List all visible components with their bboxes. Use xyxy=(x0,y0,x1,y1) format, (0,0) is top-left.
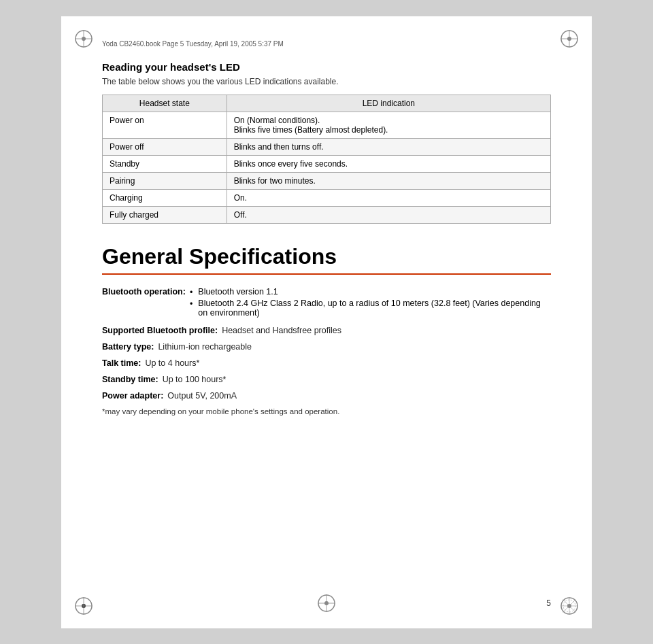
spec-label: Power adapter: xyxy=(102,391,163,401)
table-cell-indication: Blinks and then turns off. xyxy=(227,138,550,155)
table-cell-indication: On (Normal conditions).Blinks five times… xyxy=(227,112,550,138)
page-number: 5 xyxy=(546,598,551,608)
spec-label: Battery type: xyxy=(102,342,154,352)
spec-value: Headset and Handsfree profiles xyxy=(222,326,341,335)
page: Yoda CB2460.book Page 5 Tuesday, April 1… xyxy=(61,16,592,628)
header-line: Yoda CB2460.book Page 5 Tuesday, April 1… xyxy=(102,40,551,48)
spec-bullet-item: •Bluetooth 2.4 GHz Class 2 Radio, up to … xyxy=(190,299,551,318)
corner-mark-bl xyxy=(73,596,94,616)
bullet-text: Bluetooth version 1.1 xyxy=(198,287,278,296)
spec-value: Up to 4 hours* xyxy=(145,358,199,368)
spec-row: Supported Bluetooth profile:Headset and … xyxy=(102,326,551,335)
corner-mark-br xyxy=(559,596,580,616)
table-cell-indication: Off. xyxy=(227,206,550,223)
spec-value: Lithium-ion rechargeable xyxy=(158,342,252,352)
led-section: Reading your headset's LED The table bel… xyxy=(102,61,551,224)
spec-row: Battery type:Lithium-ion rechargeable xyxy=(102,342,551,352)
table-cell-state: Charging xyxy=(103,189,227,206)
spec-value: Up to 100 hours* xyxy=(163,375,227,384)
table-row: ChargingOn. xyxy=(103,189,551,206)
table-cell-indication: Blinks once every five seconds. xyxy=(227,155,550,172)
gen-spec-section: General Specifications Bluetooth operati… xyxy=(102,244,551,416)
gen-spec-title: General Specifications xyxy=(102,244,551,269)
bullet-dot: • xyxy=(190,288,192,297)
spec-label: Supported Bluetooth profile: xyxy=(102,326,218,335)
spec-row: Standby time:Up to 100 hours* xyxy=(102,375,551,384)
led-section-title: Reading your headset's LED xyxy=(102,61,551,73)
spec-row: Power adapter:Output 5V, 200mA xyxy=(102,391,551,401)
gen-spec-rule xyxy=(102,273,551,275)
bottom-center-mark xyxy=(316,593,337,616)
table-cell-state: Power off xyxy=(103,138,227,155)
spec-label: Talk time: xyxy=(102,358,141,368)
spec-row: Bluetooth operation:•Bluetooth version 1… xyxy=(102,287,551,319)
footnote: *may vary depending on your mobile phone… xyxy=(102,407,551,416)
table-row: PairingBlinks for two minutes. xyxy=(103,172,551,189)
table-cell-state: Standby xyxy=(103,155,227,172)
table-cell-state: Fully charged xyxy=(103,206,227,223)
spec-value: Output 5V, 200mA xyxy=(167,391,237,401)
table-row: StandbyBlinks once every five seconds. xyxy=(103,155,551,172)
table-cell-state: Power on xyxy=(103,112,227,138)
table-row: Power onOn (Normal conditions).Blinks fi… xyxy=(103,112,551,138)
table-cell-indication: Blinks for two minutes. xyxy=(227,172,550,189)
corner-mark-tr xyxy=(559,29,580,49)
led-section-subtitle: The table below shows you the various LE… xyxy=(102,77,551,86)
bullet-text: Bluetooth 2.4 GHz Class 2 Radio, up to a… xyxy=(198,299,551,318)
led-table: Headset state LED indication Power onOn … xyxy=(102,95,551,224)
spec-row: Talk time:Up to 4 hours* xyxy=(102,358,551,368)
table-row: Power offBlinks and then turns off. xyxy=(103,138,551,155)
spec-label: Bluetooth operation: xyxy=(102,287,186,296)
table-col2-header: LED indication xyxy=(227,95,550,112)
spec-bullets: •Bluetooth version 1.1•Bluetooth 2.4 GHz… xyxy=(190,287,551,319)
table-col1-header: Headset state xyxy=(103,95,227,112)
spec-label: Standby time: xyxy=(102,375,158,384)
table-row: Fully chargedOff. xyxy=(103,206,551,223)
table-cell-state: Pairing xyxy=(103,172,227,189)
bullet-dot: • xyxy=(190,299,192,309)
spec-items-container: Bluetooth operation:•Bluetooth version 1… xyxy=(102,287,551,401)
corner-mark-tl xyxy=(73,29,94,49)
spec-bullet-item: •Bluetooth version 1.1 xyxy=(190,287,551,297)
table-cell-indication: On. xyxy=(227,189,550,206)
